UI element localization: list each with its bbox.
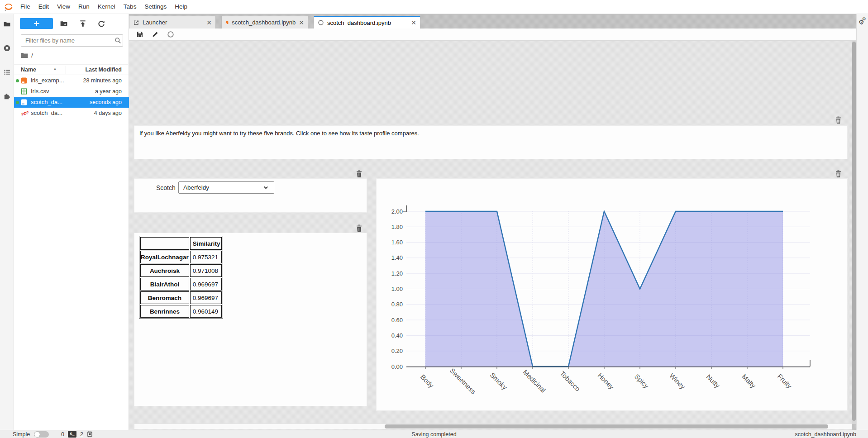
refresh-icon[interactable] [97, 19, 106, 28]
similarity-value-cell: 0.969697 [190, 278, 222, 290]
status-bar: Simple 0 $_ 2 Saving completed scotch_da… [0, 430, 868, 438]
filter-files-input[interactable] [21, 34, 123, 47]
svg-text:Body: Body [419, 373, 436, 390]
right-sidebar: ⚙ ⚙ [856, 14, 868, 430]
jupyter-logo [4, 1, 14, 12]
close-icon[interactable]: ✕ [299, 19, 304, 26]
vertical-scrollbar[interactable] [852, 41, 856, 424]
tab-bar: Launcher ✕ scotch_dashboard.ipynb ✕ scot… [129, 15, 856, 29]
table-row: BlairAthol0.969697 [140, 278, 222, 290]
notebook-icon [20, 77, 28, 84]
menu-view[interactable]: View [53, 0, 74, 14]
menu-edit[interactable]: Edit [34, 0, 53, 14]
similarity-value-cell: 0.971008 [190, 264, 222, 277]
running-dot [16, 79, 19, 82]
trash-icon[interactable] [835, 116, 842, 124]
menu-kernel[interactable]: Kernel [94, 0, 119, 14]
tab-label[interactable]: scotch_dashboard.ipynb [232, 19, 296, 26]
svg-text:PDF: PDF [21, 110, 29, 117]
svg-text:Malty: Malty [740, 372, 758, 390]
dock-panel: Launcher ✕ scotch_dashboard.ipynb ✕ scot… [129, 14, 856, 430]
tab-label[interactable]: Launcher [143, 19, 167, 26]
close-icon[interactable]: ✕ [411, 19, 416, 26]
activity-bar [0, 14, 14, 430]
column-divider [66, 66, 66, 74]
menu-run[interactable]: Run [74, 0, 94, 14]
file-name[interactable]: iris_examp... [31, 77, 64, 84]
scotch-label: Scotch [156, 184, 176, 191]
scotch-name-cell[interactable]: Auchroisk [140, 264, 189, 277]
markdown-cell[interactable]: If you like Aberfeldy you might want to … [134, 126, 847, 159]
chart-cell: 0.000.200.400.600.801.001.201.401.601.80… [377, 179, 847, 410]
running-dot [16, 101, 19, 104]
table-row: Benrinnes0.960149 [140, 305, 222, 318]
trash-icon[interactable] [835, 170, 842, 178]
close-icon[interactable]: ✕ [206, 19, 212, 26]
new-folder-icon[interactable] [59, 19, 68, 28]
file-row[interactable]: PDF scotch_da... 4 days ago [14, 108, 129, 119]
column-modified[interactable]: Last Modified [85, 67, 122, 73]
file-browser-icon[interactable] [3, 20, 11, 28]
svg-text:1.40: 1.40 [391, 254, 403, 261]
horizontal-scrollbar[interactable] [134, 424, 852, 429]
svg-text:1.20: 1.20 [391, 270, 403, 277]
file-row-selected[interactable]: scotch_da... seconds ago [14, 97, 129, 108]
breadcrumb[interactable]: / [21, 51, 33, 59]
svg-text:Sweetness: Sweetness [448, 367, 477, 395]
svg-text:1.00: 1.00 [391, 286, 403, 292]
scotch-name-cell[interactable]: RoyalLochnagar [140, 251, 189, 263]
kernel-busy-icon[interactable] [167, 31, 174, 38]
menu-items: FileEditViewRunKernelTabsSettingsHelp [16, 0, 191, 14]
tab-notebook-2-active[interactable]: scotch_dashboard.ipynb ✕ [314, 16, 420, 29]
upload-icon[interactable] [78, 19, 87, 28]
breadcrumb-root[interactable]: / [31, 52, 33, 59]
menu-help[interactable]: Help [171, 0, 191, 14]
svg-text:0.00: 0.00 [391, 363, 403, 370]
column-name[interactable]: Name [21, 67, 36, 73]
svg-text:0.80: 0.80 [391, 301, 403, 308]
edit-icon[interactable] [152, 31, 159, 38]
trash-icon[interactable] [356, 170, 362, 178]
menu-settings[interactable]: Settings [140, 0, 171, 14]
menu-tabs[interactable]: Tabs [119, 0, 141, 14]
search-icon [114, 37, 121, 44]
status-filename: scotch_dashboard.ipynb [795, 431, 856, 438]
svg-text:Spicy: Spicy [633, 372, 650, 390]
file-row[interactable]: Iris.csv a year ago [14, 86, 129, 97]
tab-notebook-1[interactable]: scotch_dashboard.ipynb ✕ [221, 16, 308, 29]
scotch-name-cell[interactable]: Benromach [140, 291, 189, 304]
save-icon[interactable] [136, 31, 143, 38]
dashboard-canvas: If you like Aberfeldy you might want to … [129, 41, 852, 430]
svg-text:Tobacco: Tobacco [558, 369, 582, 393]
file-name[interactable]: scotch_da... [31, 110, 62, 116]
tab-label[interactable]: scotch_dashboard.ipynb [327, 19, 391, 26]
running-sessions-icon[interactable] [3, 44, 11, 52]
gears-icon-small: ⚙ [862, 16, 866, 21]
taste-profile-chart[interactable]: 0.000.200.400.600.801.001.201.401.601.80… [377, 179, 847, 410]
tab-launcher[interactable]: Launcher ✕ [129, 16, 216, 29]
chevron-down-icon [262, 184, 269, 191]
vertical-scrollbar-thumb[interactable] [852, 42, 856, 421]
scotch-dropdown[interactable]: Aberfeldy [178, 181, 274, 194]
similarity-value-cell: 0.969697 [190, 291, 222, 304]
sort-asc-icon[interactable]: ▲ [53, 67, 57, 71]
similarity-table-cell: Similarity RoyalLochnagar0.975321Auchroi… [134, 233, 367, 406]
file-modified: seconds ago [90, 99, 122, 105]
scotch-name-cell[interactable]: Benrinnes [140, 305, 189, 318]
toc-icon[interactable] [3, 68, 11, 76]
horizontal-scrollbar-thumb[interactable] [385, 424, 828, 428]
home-folder-icon[interactable] [21, 52, 28, 58]
new-launcher-button[interactable] [20, 18, 53, 29]
file-name[interactable]: Iris.csv [31, 88, 49, 95]
file-row[interactable]: iris_examp... 28 minutes ago [14, 75, 129, 86]
svg-text:Medicinal: Medicinal [521, 368, 547, 394]
table-row: Benromach0.969697 [140, 291, 222, 304]
file-modified: 4 days ago [94, 110, 122, 116]
trash-icon[interactable] [356, 224, 362, 232]
scotch-name-cell[interactable]: BlairAthol [140, 278, 189, 290]
menu-bar: FileEditViewRunKernelTabsSettingsHelp [0, 0, 868, 14]
file-name[interactable]: scotch_da... [31, 99, 62, 105]
extensions-icon[interactable] [3, 92, 11, 100]
menu-file[interactable]: File [16, 0, 34, 14]
svg-text:2.00: 2.00 [391, 208, 403, 215]
